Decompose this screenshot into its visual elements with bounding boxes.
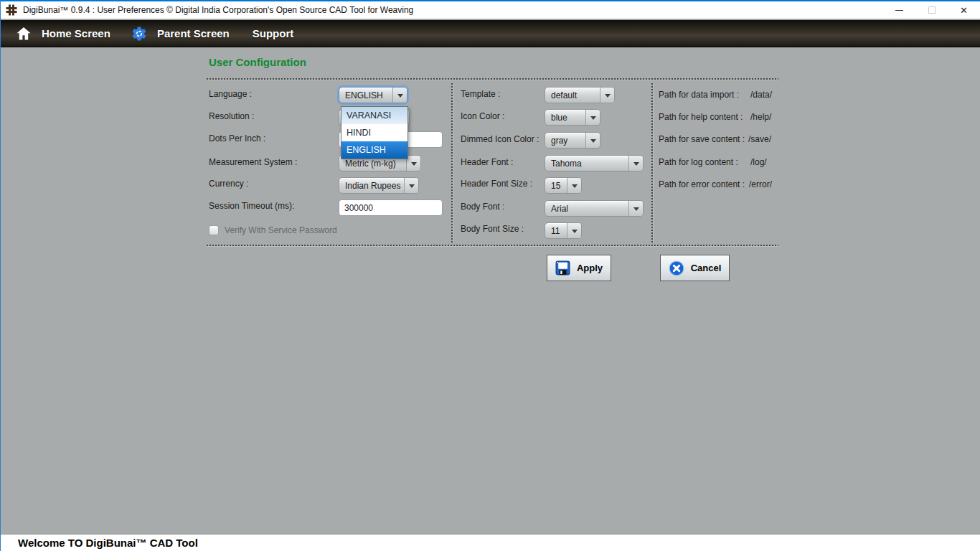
nav-item-label: Support [253, 27, 294, 39]
apply-button[interactable]: Apply [547, 255, 611, 281]
dropdown-option-varanasi[interactable]: VARANASI [341, 107, 407, 124]
separator-top [207, 78, 778, 80]
cancel-x-icon [669, 260, 684, 276]
header-font-label: Header Font : [461, 157, 513, 167]
body-font-combo[interactable]: Arial [545, 200, 644, 217]
chevron-down-icon[interactable] [392, 88, 407, 103]
nav-item-home-screen[interactable]: Home Screen [15, 25, 110, 42]
chevron-down-icon[interactable] [585, 110, 600, 125]
chevron-down-icon[interactable] [628, 156, 643, 171]
home-icon [15, 25, 32, 42]
close-icon: ✕ [960, 6, 968, 15]
chevron-down-icon[interactable] [404, 178, 418, 193]
header-font-combo-value: Tahoma [545, 156, 628, 171]
window-title: DigiBunai™ 0.9.4 : User Preferences © Di… [23, 5, 413, 15]
header-font-size-label: Header Font Size : [461, 179, 532, 189]
window-controls: ✕ [883, 1, 980, 20]
path-error-content-value: /error/ [749, 179, 772, 189]
language-combo[interactable]: ENGLISH [339, 87, 407, 103]
chevron-down-icon[interactable] [567, 223, 581, 238]
dots-per-inch-label: Dots Per Inch : [209, 133, 265, 143]
app-weave-icon [6, 4, 17, 16]
path-help-content-value: /help/ [750, 112, 771, 122]
body-font-size-label: Body Font Size : [461, 224, 524, 234]
cancel-button-label: Cancel [691, 263, 722, 273]
dimmed-icon-color-label: Dimmed Icon Color : [461, 134, 539, 144]
dimmed-icon-color-combo[interactable]: gray [545, 132, 600, 149]
chevron-down-icon[interactable] [585, 133, 600, 148]
dimmed-icon-color-combo-value: gray [545, 133, 585, 148]
dropdown-option-english[interactable]: ENGLISH [341, 141, 407, 159]
template-label: Template : [461, 89, 500, 99]
header-font-combo[interactable]: Tahoma [545, 155, 644, 171]
gear-icon [131, 25, 148, 42]
user-configuration-panel: User Configuration Language : Resolution… [1, 47, 980, 534]
language-combo-value: ENGLISH [339, 88, 392, 103]
chevron-down-icon[interactable] [600, 88, 614, 103]
language-dropdown-popup: VARANASI HINDI ENGLISH [341, 106, 408, 159]
chevron-down-icon[interactable] [628, 201, 643, 216]
maximize-icon [928, 6, 936, 14]
body-font-size-combo[interactable]: 11 [545, 222, 582, 239]
dropdown-option-hindi[interactable]: HINDI [341, 124, 407, 141]
header-font-size-combo-value: 15 [545, 178, 567, 193]
path-save-content-label: Path for save content : [659, 134, 745, 144]
measurement-system-label: Measurement System : [209, 157, 297, 167]
minimize-icon [895, 10, 903, 11]
body-font-label: Body Font : [461, 202, 504, 212]
chevron-down-icon[interactable] [406, 156, 420, 171]
icon-color-label: Icon Color : [461, 111, 504, 121]
separator-left-middle [451, 83, 453, 242]
header-font-size-combo[interactable]: 15 [545, 177, 582, 194]
currency-label: Currency : [209, 179, 248, 189]
template-combo[interactable]: default [545, 87, 615, 103]
path-error-content-label: Path for error content : [659, 179, 745, 189]
path-help-content-label: Path for help content : [659, 112, 743, 122]
nav-item-parent-screen[interactable]: Parent Screen [131, 25, 230, 42]
resolution-label: Resolution : [209, 111, 254, 121]
nav-item-label: Home Screen [42, 27, 110, 39]
language-label: Language : [209, 89, 252, 99]
nav-item-label: Parent Screen [157, 27, 230, 39]
session-timeout-input[interactable] [339, 199, 443, 216]
page-title: User Configuration [209, 56, 306, 68]
path-data-import-value: /data/ [750, 90, 772, 100]
body-font-combo-value: Arial [545, 201, 628, 216]
minimize-button[interactable] [883, 1, 915, 19]
currency-combo-value: Indian Rupees [339, 178, 404, 193]
session-timeout-label: Session Timeout (ms): [209, 201, 294, 211]
currency-combo[interactable]: Indian Rupees [339, 177, 419, 194]
save-floppy-icon [555, 260, 570, 276]
apply-button-label: Apply [577, 263, 603, 273]
verify-service-password-label: Verify With Service Password [225, 225, 337, 235]
template-combo-value: default [545, 88, 600, 103]
chevron-down-icon[interactable] [567, 178, 581, 193]
path-log-content-value: /log/ [750, 157, 767, 167]
maximize-button [915, 1, 948, 19]
navbar: Home Screen Parent Screen Support [1, 20, 980, 47]
statusbar: Welcome TO DigiBunai™ CAD Tool [1, 534, 980, 551]
statusbar-text: Welcome TO DigiBunai™ CAD Tool [18, 537, 198, 549]
path-log-content-label: Path for log content : [659, 157, 738, 167]
titlebar: DigiBunai™ 0.9.4 : User Preferences © Di… [1, 0, 980, 19]
path-save-content-value: /save/ [748, 134, 771, 144]
cancel-button[interactable]: Cancel [660, 255, 730, 281]
icon-color-combo-value: blue [545, 110, 585, 125]
verify-service-password-checkbox [209, 225, 219, 235]
separator-bottom [207, 245, 778, 246]
icon-color-combo[interactable]: blue [545, 109, 600, 126]
app-window: DigiBunai™ 0.9.4 : User Preferences © Di… [0, 0, 980, 551]
close-button[interactable]: ✕ [948, 1, 980, 19]
body-font-size-combo-value: 11 [545, 223, 567, 238]
separator-middle-right [651, 83, 653, 242]
nav-item-support[interactable]: Support [253, 27, 294, 39]
path-data-import-label: Path for data import : [659, 90, 739, 100]
